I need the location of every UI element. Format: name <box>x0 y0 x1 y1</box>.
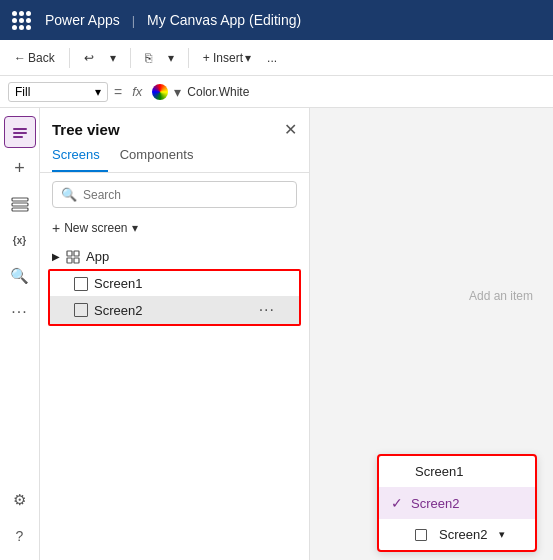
copy-icon: ⎘ <box>145 51 152 65</box>
copy-button[interactable]: ⎘ <box>139 48 158 68</box>
chevron-down-icon-2: ▾ <box>168 51 174 65</box>
search-input[interactable] <box>83 188 288 202</box>
top-bar: Power Apps | My Canvas App (Editing) <box>0 0 553 40</box>
app-grid-icon[interactable] <box>12 11 31 30</box>
sidebar-item-search[interactable]: 🔍 <box>4 260 36 292</box>
svg-rect-0 <box>13 128 27 130</box>
toolbar-separator-2 <box>130 48 131 68</box>
chevron-down-icon-newscreen: ▾ <box>132 221 138 235</box>
context-menu: Screen1 ✓ Screen2 Screen2 ▾ <box>377 454 537 552</box>
screen1-item[interactable]: Screen1 <box>50 271 299 296</box>
context-screen2-chevron-item[interactable]: Screen2 ▾ <box>379 519 535 550</box>
screens-list-highlighted: Screen1 Screen2 ··· <box>48 269 301 326</box>
screen2-item[interactable]: Screen2 ··· <box>50 296 299 324</box>
toolbar-separator-1 <box>69 48 70 68</box>
svg-rect-7 <box>74 251 79 256</box>
formula-value[interactable]: Color.White <box>187 85 545 99</box>
app-name: Power Apps <box>45 12 120 28</box>
screen1-icon <box>74 277 88 291</box>
toolbar-separator-3 <box>188 48 189 68</box>
chevron-down-icon-fill: ▾ <box>95 85 101 99</box>
undo-dropdown-button[interactable]: ▾ <box>104 48 122 68</box>
chevron-down-icon-ctx: ▾ <box>499 528 505 541</box>
sidebar-item-data[interactable] <box>4 188 36 220</box>
chevron-down-icon-3: ▾ <box>245 51 251 65</box>
color-picker-icon[interactable] <box>152 84 168 100</box>
sidebar-item-add[interactable]: + <box>4 152 36 184</box>
toolbar: ← Back ↩ ▾ ⎘ ▾ + Insert ▾ ... <box>0 40 553 76</box>
fill-dropdown[interactable]: Fill ▾ <box>8 82 108 102</box>
chevron-right-icon: ▶ <box>52 251 60 262</box>
context-screen1-item[interactable]: Screen1 <box>379 456 535 487</box>
sidebar-item-variables[interactable]: {x} <box>4 224 36 256</box>
fx-icon[interactable]: fx <box>128 84 146 99</box>
canvas-hint: Add an item <box>469 289 533 303</box>
svg-rect-9 <box>74 258 79 263</box>
svg-rect-6 <box>67 251 72 256</box>
sidebar-item-layers[interactable] <box>4 116 36 148</box>
insert-button[interactable]: + Insert ▾ <box>197 48 257 68</box>
tab-screens[interactable]: Screens <box>52 143 108 172</box>
copy-dropdown-button[interactable]: ▾ <box>162 48 180 68</box>
svg-rect-4 <box>12 203 28 206</box>
screen2-small-icon <box>415 529 427 541</box>
close-tree-button[interactable]: ✕ <box>284 120 297 139</box>
tree-panel: Tree view ✕ Screens Components 🔍 + New s… <box>40 108 310 560</box>
tree-tabs: Screens Components <box>40 143 309 173</box>
screen2-icon <box>74 303 88 317</box>
undo-button[interactable]: ↩ <box>78 48 100 68</box>
tree-header: Tree view ✕ <box>40 108 309 143</box>
title-separator: | <box>132 13 135 28</box>
app-item[interactable]: ▶ App <box>40 244 309 269</box>
sidebar-item-more[interactable]: ··· <box>4 296 36 328</box>
sidebar-item-help[interactable]: ? <box>4 520 36 552</box>
search-icon: 🔍 <box>61 187 77 202</box>
svg-rect-3 <box>12 198 28 201</box>
plus-icon: + <box>52 220 60 236</box>
undo-icon: ↩ <box>84 51 94 65</box>
sidebar-item-settings[interactable]: ⚙ <box>4 484 36 516</box>
svg-rect-1 <box>13 132 27 134</box>
new-screen-button[interactable]: + New screen ▾ <box>40 216 309 240</box>
svg-rect-8 <box>67 258 72 263</box>
more-button[interactable]: ... <box>261 48 283 68</box>
svg-rect-2 <box>13 136 23 138</box>
main-area: + {x} 🔍 ··· ⚙ ? Tree view ✕ Screens Comp… <box>0 108 553 560</box>
chevron-down-icon-color[interactable]: ▾ <box>174 84 181 100</box>
back-button[interactable]: ← Back <box>8 48 61 68</box>
check-icon: ✓ <box>391 495 403 511</box>
context-screen2-active-item[interactable]: ✓ Screen2 <box>379 487 535 519</box>
canvas-area[interactable]: Add an item Screen1 ✓ Screen2 Screen2 ▾ <box>310 108 553 560</box>
chevron-down-icon: ▾ <box>110 51 116 65</box>
search-box[interactable]: 🔍 <box>52 181 297 208</box>
screen2-more-button[interactable]: ··· <box>259 301 275 319</box>
tab-components[interactable]: Components <box>120 143 202 172</box>
equals-icon: = <box>114 84 122 100</box>
tree-view-title: Tree view <box>52 121 120 138</box>
formula-bar: Fill ▾ = fx ▾ Color.White <box>0 76 553 108</box>
left-sidebar: + {x} 🔍 ··· ⚙ ? <box>0 108 40 560</box>
doc-title: My Canvas App (Editing) <box>147 12 301 28</box>
svg-rect-5 <box>12 208 28 211</box>
app-icon <box>66 250 80 264</box>
back-arrow-icon: ← <box>14 51 26 65</box>
